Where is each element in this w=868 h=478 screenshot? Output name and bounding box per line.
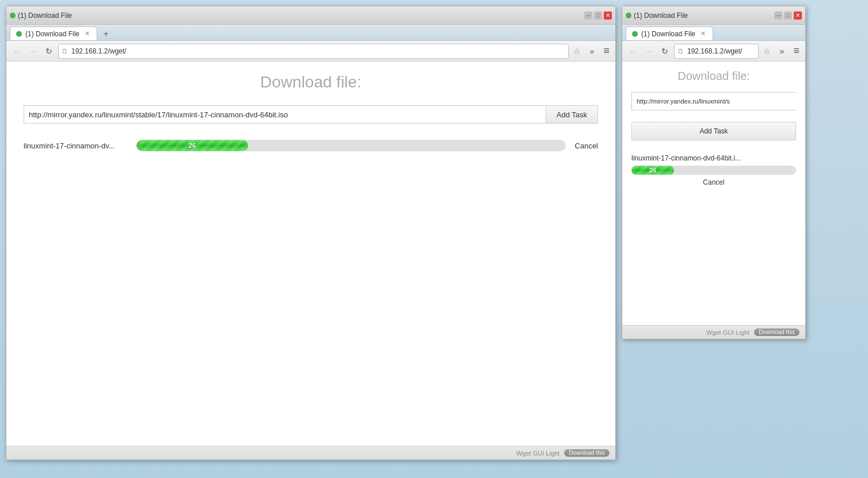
url-input-row-small	[631, 92, 796, 110]
download-item-large: linuxmint-17-cinnamon-dv... 26 Cancel	[24, 135, 598, 156]
back-button-small[interactable]: ←	[626, 44, 639, 58]
progress-bar-fill-small: 26	[631, 166, 674, 175]
tab-favicon-icon-small	[632, 31, 638, 37]
cancel-button-small[interactable]: Cancel	[631, 178, 796, 186]
refresh-button-small[interactable]: ↻	[658, 44, 672, 58]
address-bar-large[interactable]: 🗋 192.168.1.2/wget/	[58, 44, 569, 59]
progress-bar-fill-large: 26	[136, 140, 248, 151]
progress-bar-container-small: 26	[631, 166, 796, 175]
address-bar-small[interactable]: 🗋 192.168.1.2/wget/	[674, 44, 759, 59]
progress-text-small: 26	[649, 167, 656, 174]
progress-text-large: 26	[189, 142, 196, 149]
download-filename-small: linuxmint-17-cinnamon-dvd-64bit.i...	[631, 154, 770, 162]
menu-button-small[interactable]: ≡	[791, 45, 802, 57]
page-heading-small: Download file:	[631, 70, 796, 83]
menu-button-large[interactable]: ≡	[601, 45, 612, 57]
tab-favicon-small	[626, 13, 631, 18]
minimize-button-small[interactable]: ─	[774, 12, 782, 20]
status-text-large: Wget GUI Light	[12, 450, 559, 457]
tab-close-small[interactable]: ✕	[699, 30, 707, 38]
forward-button-large[interactable]: →	[26, 44, 40, 58]
close-button-large[interactable]: ✕	[604, 12, 612, 20]
download-filename-large: linuxmint-17-cinnamon-dv...	[24, 142, 127, 150]
url-text-small: 192.168.1.2/wget/	[687, 47, 742, 55]
page-content-small: Download file: Add Task linuxmint-17-cin…	[622, 62, 805, 339]
page-heading-large: Download file:	[24, 73, 598, 91]
status-bar-small: Wget GUI Light Download this	[622, 325, 805, 339]
page-icon-large: 🗋	[62, 48, 68, 55]
star-button-large[interactable]: ☆	[571, 45, 583, 57]
extensions-button-small[interactable]: »	[775, 44, 789, 58]
cancel-button-large[interactable]: Cancel	[575, 142, 598, 150]
url-input-large[interactable]	[24, 105, 546, 124]
new-tab-button-large[interactable]: +	[100, 28, 112, 40]
maximize-button-large[interactable]: □	[594, 12, 602, 20]
page-body-small: Download file: Add Task linuxmint-17-cin…	[622, 62, 805, 325]
forward-button-small[interactable]: →	[642, 44, 656, 58]
title-bar-text-large: (1) Download File	[18, 12, 582, 20]
tab-label-small: (1) Download File	[641, 30, 695, 38]
tab-download-large[interactable]: (1) Download File ✕	[10, 26, 97, 40]
back-button-large[interactable]: ←	[10, 44, 24, 58]
nav-bar-large: ← → ↻ 🗋 192.168.1.2/wget/ ☆ » ≡	[6, 41, 615, 62]
page-content-large: Download file: Add Task linuxmint-17-cin…	[6, 62, 615, 460]
status-text-small: Wget GUI Light	[628, 329, 749, 336]
tab-label-large: (1) Download File	[25, 30, 79, 38]
star-button-small[interactable]: ☆	[761, 45, 772, 57]
status-badge-large[interactable]: Download this	[564, 449, 610, 457]
nav-bar-small: ← → ↻ 🗋 192.168.1.2/wget/ ☆ » ≡	[622, 41, 805, 62]
progress-row-small: 26	[631, 166, 796, 175]
browser-window-large: (1) Download File ─ □ ✕ (1) Download Fil…	[6, 6, 616, 460]
status-bar-large: Wget GUI Light Download this	[6, 446, 615, 460]
tab-bar-small: (1) Download File ✕	[622, 25, 805, 41]
status-badge-small[interactable]: Download this	[754, 328, 800, 336]
close-button-small[interactable]: ✕	[794, 12, 802, 20]
refresh-button-large[interactable]: ↻	[42, 44, 56, 58]
title-bar-small: (1) Download File ─ □ ✕	[622, 6, 805, 25]
browser-window-small: (1) Download File ─ □ ✕ (1) Download Fil…	[622, 6, 806, 339]
tab-bar-large: (1) Download File ✕ +	[6, 25, 615, 41]
url-input-row-large: Add Task	[24, 105, 598, 124]
window-controls-small: ─ □ ✕	[774, 12, 802, 20]
window-controls-large: ─ □ ✕	[584, 12, 612, 20]
add-task-button-large[interactable]: Add Task	[546, 105, 598, 124]
title-bar-large: (1) Download File ─ □ ✕	[6, 6, 615, 25]
tab-close-large[interactable]: ✕	[83, 30, 91, 38]
title-bar-text-small: (1) Download File	[634, 12, 772, 20]
tab-favicon-icon-large	[16, 31, 22, 37]
minimize-button-large[interactable]: ─	[584, 12, 592, 20]
extensions-button-large[interactable]: »	[585, 44, 599, 58]
page-icon-small: 🗋	[677, 48, 684, 55]
download-item-small: linuxmint-17-cinnamon-dvd-64bit.i... 26 …	[631, 150, 796, 191]
page-body-large: Download file: Add Task linuxmint-17-cin…	[6, 62, 615, 446]
url-text-large: 192.168.1.2/wget/	[71, 47, 126, 55]
tab-download-small[interactable]: (1) Download File ✕	[626, 26, 713, 40]
tab-favicon-large	[10, 13, 16, 18]
maximize-button-small[interactable]: □	[784, 12, 792, 20]
url-input-small[interactable]	[631, 92, 796, 110]
add-task-button-small[interactable]: Add Task	[631, 122, 796, 140]
progress-bar-container-large: 26	[136, 140, 566, 151]
